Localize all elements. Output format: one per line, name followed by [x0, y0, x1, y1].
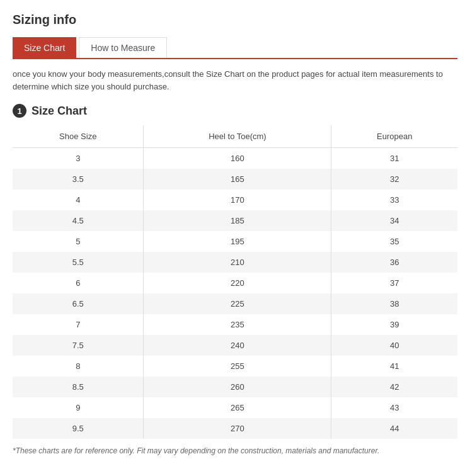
table-row: 8.526042 [13, 377, 457, 397]
col-european: European [331, 125, 457, 148]
table-cell: 255 [144, 356, 331, 377]
table-cell: 7.5 [13, 335, 144, 356]
table-cell: 6 [13, 273, 144, 293]
table-cell: 34 [331, 210, 457, 231]
table-row: 519535 [13, 231, 457, 252]
table-cell: 7 [13, 314, 144, 335]
table-cell: 43 [331, 397, 457, 418]
tabs-container: Size Chart How to Measure [13, 37, 457, 59]
table-cell: 235 [144, 314, 331, 335]
table-cell: 185 [144, 210, 331, 231]
table-cell: 6.5 [13, 293, 144, 314]
table-cell: 35 [331, 231, 457, 252]
table-cell: 5 [13, 231, 144, 252]
table-cell: 165 [144, 169, 331, 190]
table-cell: 5.5 [13, 252, 144, 273]
table-cell: 32 [331, 169, 457, 190]
table-cell: 41 [331, 356, 457, 377]
table-cell: 44 [331, 418, 457, 439]
table-cell: 160 [144, 148, 331, 169]
table-row: 7.524040 [13, 335, 457, 356]
table-cell: 240 [144, 335, 331, 356]
page-title: Sizing info [13, 13, 457, 27]
table-cell: 4 [13, 190, 144, 210]
table-cell: 42 [331, 377, 457, 397]
table-cell: 3.5 [13, 169, 144, 190]
table-cell: 260 [144, 377, 331, 397]
table-header-row: Shoe Size Heel to Toe(cm) European [13, 125, 457, 148]
table-cell: 9 [13, 397, 144, 418]
table-cell: 33 [331, 190, 457, 210]
table-cell: 170 [144, 190, 331, 210]
size-table: Shoe Size Heel to Toe(cm) European 31603… [13, 125, 457, 439]
table-cell: 3 [13, 148, 144, 169]
table-cell: 225 [144, 293, 331, 314]
table-cell: 8 [13, 356, 144, 377]
section-title: Size Chart [32, 105, 87, 118]
table-row: 825541 [13, 356, 457, 377]
table-row: 316031 [13, 148, 457, 169]
disclaimer: *These charts are for reference only. Fi… [13, 446, 457, 455]
col-heel-to-toe: Heel to Toe(cm) [144, 125, 331, 148]
table-cell: 4.5 [13, 210, 144, 231]
table-row: 9.527044 [13, 418, 457, 439]
section-header: 1 Size Chart [13, 104, 457, 118]
col-shoe-size: Shoe Size [13, 125, 144, 148]
table-cell: 195 [144, 231, 331, 252]
table-row: 3.516532 [13, 169, 457, 190]
table-cell: 40 [331, 335, 457, 356]
table-cell: 220 [144, 273, 331, 293]
tab-how-to-measure[interactable]: How to Measure [79, 37, 167, 58]
table-cell: 37 [331, 273, 457, 293]
table-cell: 38 [331, 293, 457, 314]
table-row: 4.518534 [13, 210, 457, 231]
tab-size-chart[interactable]: Size Chart [13, 37, 76, 58]
table-row: 622037 [13, 273, 457, 293]
table-row: 5.521036 [13, 252, 457, 273]
table-cell: 31 [331, 148, 457, 169]
table-row: 417033 [13, 190, 457, 210]
table-row: 926543 [13, 397, 457, 418]
table-cell: 36 [331, 252, 457, 273]
table-cell: 8.5 [13, 377, 144, 397]
intro-text: once you know your body measurements,con… [13, 68, 457, 93]
table-row: 723539 [13, 314, 457, 335]
table-cell: 270 [144, 418, 331, 439]
table-cell: 210 [144, 252, 331, 273]
section-number: 1 [13, 104, 26, 118]
table-cell: 9.5 [13, 418, 144, 439]
table-cell: 265 [144, 397, 331, 418]
table-row: 6.522538 [13, 293, 457, 314]
table-cell: 39 [331, 314, 457, 335]
